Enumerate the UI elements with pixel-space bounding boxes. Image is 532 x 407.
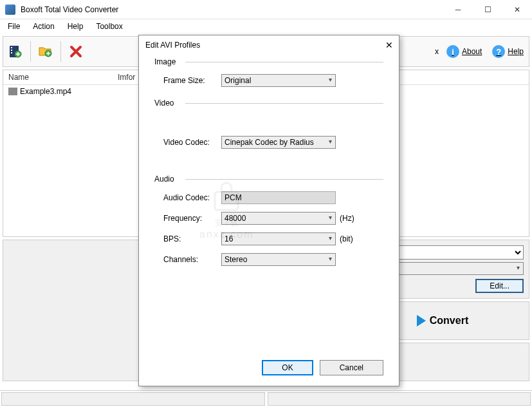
status-cell [1, 392, 265, 406]
toolbar-truncated-text: x [435, 47, 439, 56]
menu-help[interactable]: Help [62, 21, 89, 32]
section-video: Video [154, 99, 383, 108]
column-name[interactable]: Name [3, 70, 113, 84]
statusbar [0, 390, 532, 407]
bit-unit: (bit) [340, 234, 353, 243]
close-button[interactable]: ✕ [502, 0, 532, 19]
svg-rect-2 [11, 50, 12, 51]
maximize-button[interactable]: ☐ [473, 0, 502, 19]
app-icon [5, 5, 15, 15]
section-audio: Audio [154, 175, 383, 184]
section-image: Image [154, 57, 383, 66]
add-file-button[interactable] [6, 42, 25, 61]
frame-size-label: Frame Size: [163, 76, 221, 85]
hz-unit: (Hz) [340, 214, 354, 223]
svg-rect-3 [11, 52, 12, 53]
menu-file[interactable]: File [3, 21, 25, 32]
svg-rect-1 [11, 47, 12, 48]
audio-codec-label: Audio Codec: [163, 193, 221, 202]
about-button[interactable]: i About [444, 44, 484, 59]
video-codec-label: Video Codec: [163, 138, 221, 147]
info-icon: i [446, 45, 459, 58]
menu-action[interactable]: Action [28, 21, 59, 32]
toolbar-separator [60, 41, 61, 62]
help-label: Help [508, 47, 524, 56]
toolbar-separator [30, 41, 31, 62]
film-add-icon [8, 44, 23, 59]
add-folder-button[interactable] [36, 42, 55, 61]
ok-button[interactable]: OK [262, 360, 313, 375]
frame-size-select[interactable]: Original [221, 74, 336, 87]
window-title: Boxoft Total Video Converter [21, 5, 118, 14]
cancel-button[interactable]: Cancel [320, 360, 383, 375]
video-file-icon [8, 88, 17, 95]
menubar: File Action Help Toolbox [0, 19, 532, 33]
dialog-close-button[interactable]: ✕ [383, 39, 395, 51]
help-icon: ? [492, 45, 505, 58]
delete-button[interactable] [66, 42, 86, 61]
folder-add-icon [38, 44, 53, 59]
help-button[interactable]: ? Help [490, 44, 526, 59]
about-label: About [462, 47, 482, 56]
column-info[interactable]: Imfor [113, 70, 141, 84]
convert-label: Convert [430, 315, 468, 327]
file-name: Example3.mp4 [20, 87, 71, 96]
play-icon [417, 315, 426, 327]
edit-profile-dialog: Edit AVI Profiles ✕ Image Frame Size: Or… [138, 35, 399, 386]
dialog-title: Edit AVI Profiles [145, 41, 200, 50]
bps-select[interactable]: 16 [221, 232, 336, 245]
audio-codec-field: PCM [221, 191, 336, 204]
menu-toolbox[interactable]: Toolbox [91, 21, 127, 32]
status-cell [268, 392, 531, 406]
channels-label: Channels: [163, 255, 221, 264]
frequency-label: Frequency: [163, 214, 221, 223]
edit-profile-button[interactable]: Edit... [475, 279, 524, 293]
delete-x-icon [69, 44, 83, 59]
titlebar: Boxoft Total Video Converter ─ ☐ ✕ [0, 0, 532, 19]
minimize-button[interactable]: ─ [443, 0, 473, 19]
frequency-select[interactable]: 48000 [221, 212, 336, 225]
bps-label: BPS: [163, 234, 221, 243]
video-codec-select[interactable]: Cinepak Codec by Radius [221, 136, 336, 149]
channels-select[interactable]: Stereo [221, 253, 336, 266]
